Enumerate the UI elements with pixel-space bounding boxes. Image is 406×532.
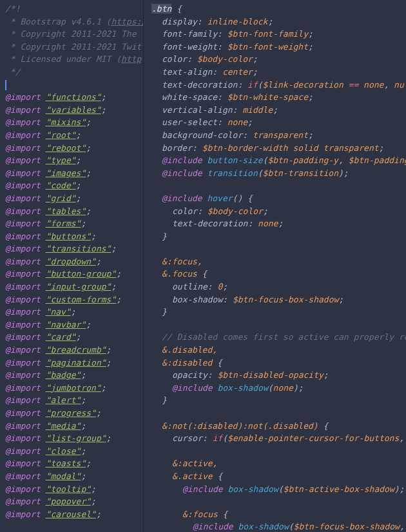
import-line: @import "custom-forms"; xyxy=(5,293,138,306)
import-line: @import "badge"; xyxy=(5,369,138,382)
import-line: @import "progress"; xyxy=(5,407,138,420)
import-keyword: @import xyxy=(5,320,41,330)
import-target[interactable]: "list-group" xyxy=(46,433,106,443)
import-line: @import "jumbotron"; xyxy=(5,382,138,395)
import-target[interactable]: "tooltip" xyxy=(46,484,91,494)
import-line: @import "button-group"; xyxy=(5,268,138,281)
import-target[interactable]: "breadcrumb" xyxy=(46,345,106,355)
import-line: @import "toasts"; xyxy=(5,457,138,470)
import-line: @import "list-group"; xyxy=(5,432,138,445)
import-target[interactable]: "nav" xyxy=(46,307,71,317)
import-target[interactable]: "reboot" xyxy=(46,143,86,153)
import-keyword: @import xyxy=(5,105,41,115)
import-target[interactable]: "progress" xyxy=(46,408,96,418)
import-keyword: @import xyxy=(5,358,41,368)
import-line: @import "buttons"; xyxy=(5,230,138,243)
import-line: @import "images"; xyxy=(5,167,138,180)
import-line: @import "code"; xyxy=(5,179,138,192)
import-line: @import "breadcrumb"; xyxy=(5,344,138,357)
import-line: @import "transitions"; xyxy=(5,242,138,255)
comment-line: * Copyright 2011-2021 Twit xyxy=(5,41,138,54)
import-keyword: @import xyxy=(5,257,41,266)
import-keyword: @import xyxy=(5,155,41,165)
import-keyword: @import xyxy=(5,446,41,456)
import-keyword: @import xyxy=(5,370,41,380)
import-line: @import "media"; xyxy=(5,420,138,433)
import-target[interactable]: "popover" xyxy=(46,497,91,506)
import-target[interactable]: "badge" xyxy=(46,370,81,380)
import-target[interactable]: "transitions" xyxy=(46,244,111,253)
import-keyword: @import xyxy=(5,92,41,102)
import-target[interactable]: "root" xyxy=(46,130,76,140)
import-line: @import "root"; xyxy=(5,129,138,142)
import-target[interactable]: "input-group" xyxy=(46,282,111,291)
import-keyword: @import xyxy=(5,421,41,431)
import-target[interactable]: "pagination" xyxy=(46,358,106,368)
import-target[interactable]: "dropdown" xyxy=(46,257,96,266)
import-target[interactable]: "button-group" xyxy=(46,269,117,279)
import-target[interactable]: "carousel" xyxy=(46,509,96,519)
import-target[interactable]: "card" xyxy=(46,332,76,342)
import-line: @import "tables"; xyxy=(5,205,138,218)
import-line: @import "alert"; xyxy=(5,394,138,407)
import-line: @import "pagination"; xyxy=(5,357,138,369)
import-keyword: @import xyxy=(5,130,41,140)
import-target[interactable]: "close" xyxy=(46,446,81,456)
import-keyword: @import xyxy=(5,295,41,304)
import-target[interactable]: "type" xyxy=(46,155,76,165)
editor-pane-left[interactable]: /*! * Bootstrap v4.6.1 (https:/ * Copyri… xyxy=(0,0,144,532)
import-line: @import "grid"; xyxy=(5,192,138,205)
import-keyword: @import xyxy=(5,206,41,216)
import-keyword: @import xyxy=(5,383,41,393)
import-target[interactable]: "tables" xyxy=(46,206,86,216)
import-line: @import "dropdown"; xyxy=(5,255,138,268)
import-line: @import "close"; xyxy=(5,445,138,458)
import-keyword: @import xyxy=(5,282,41,291)
import-keyword: @import xyxy=(5,484,41,494)
import-target[interactable]: "jumbotron" xyxy=(46,383,101,393)
import-keyword: @import xyxy=(5,497,41,506)
import-keyword: @import xyxy=(5,232,41,241)
import-keyword: @import xyxy=(5,345,41,355)
import-keyword: @import xyxy=(5,117,41,127)
import-keyword: @import xyxy=(5,193,41,203)
import-target[interactable]: "functions" xyxy=(46,92,101,102)
import-target[interactable]: "variables" xyxy=(46,105,101,115)
import-keyword: @import xyxy=(5,471,41,481)
selected-text: .btn xyxy=(151,4,171,14)
import-keyword: @import xyxy=(5,269,41,279)
import-target[interactable]: "buttons" xyxy=(46,232,91,241)
import-target[interactable]: "toasts" xyxy=(46,458,86,468)
import-line: @import "navbar"; xyxy=(5,319,138,331)
import-target[interactable]: "modal" xyxy=(46,471,81,481)
import-line: @import "reboot"; xyxy=(5,142,138,155)
import-keyword: @import xyxy=(5,509,41,519)
import-target[interactable]: "custom-forms" xyxy=(46,295,117,304)
import-line: @import "forms"; xyxy=(5,217,138,230)
import-target[interactable]: "forms" xyxy=(46,219,81,228)
import-target[interactable]: "mixins" xyxy=(46,117,86,127)
import-target[interactable]: "alert" xyxy=(46,395,81,405)
import-target[interactable]: "images" xyxy=(46,168,86,178)
comment-line: * Copyright 2011-2021 The xyxy=(5,28,138,41)
import-line: @import "variables"; xyxy=(5,104,138,117)
import-target[interactable]: "media" xyxy=(46,421,81,431)
comment-line: * Licensed under MIT (http xyxy=(5,53,138,66)
comment-line: /*! xyxy=(5,3,138,15)
import-keyword: @import xyxy=(5,181,41,190)
import-line: @import "popover"; xyxy=(5,495,138,508)
comment-line: */ xyxy=(5,66,138,79)
import-target[interactable]: "grid" xyxy=(46,193,76,203)
import-line: @import "carousel"; xyxy=(5,508,138,521)
import-line: @import "card"; xyxy=(5,331,138,344)
import-target[interactable]: "code" xyxy=(46,181,76,190)
editor-pane-right[interactable]: .btn { display: inline-block; font-famil… xyxy=(144,0,406,532)
import-keyword: @import xyxy=(5,307,41,317)
import-line: @import "modal"; xyxy=(5,470,138,483)
comment-line: * Bootstrap v4.6.1 (https:/ xyxy=(5,15,138,28)
import-target[interactable]: "navbar" xyxy=(46,320,86,330)
import-keyword: @import xyxy=(5,219,41,228)
import-keyword: @import xyxy=(5,458,41,468)
import-keyword: @import xyxy=(5,244,41,253)
import-keyword: @import xyxy=(5,168,41,178)
